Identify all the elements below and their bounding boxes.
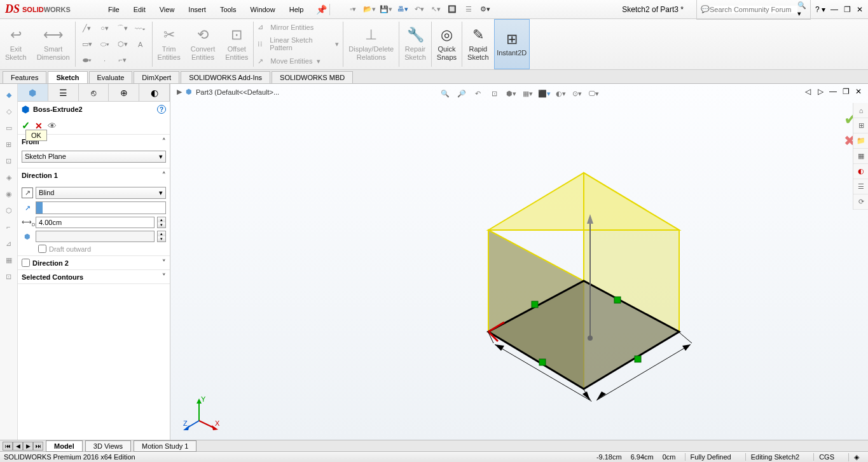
vp-prev[interactable]: ◁ [802,86,813,97]
ls-assembly-icon[interactable]: ◇ [2,104,16,118]
tab-evaluate[interactable]: Evaluate [89,71,133,83]
direction-arrow-icon[interactable]: ↗ [22,204,33,212]
vp-close[interactable]: ✕ [853,86,864,97]
rs-forum-icon[interactable]: ⟳ [853,194,868,210]
ls-icon-4[interactable]: ⊞ [2,137,16,151]
vp-next[interactable]: ▷ [815,86,826,97]
circle-icon[interactable]: ○▾ [97,22,113,36]
rs-home-icon[interactable]: ⌂ [853,103,868,118]
pin-icon[interactable]: 📌 [316,4,327,15]
rs-prop-icon[interactable]: ☰ [853,179,868,194]
view-settings-icon[interactable]: 🖵▾ [587,86,601,100]
prev-view-icon[interactable]: ↶ [471,86,485,100]
slot-icon[interactable]: ⬭▾ [97,37,113,51]
ls-icon-9[interactable]: ⌐ [2,220,16,234]
exit-sketch-button[interactable]: ↩Exit Sketch [0,19,32,69]
line-icon[interactable]: ╱▾ [79,22,95,36]
menu-window[interactable]: Window [244,2,282,17]
instant2d-button[interactable]: ⊞Instant2D [494,19,530,69]
tab-first[interactable]: ⏮ [3,442,13,451]
tab-prev[interactable]: ◀ [13,442,23,451]
breadcrumb-expand[interactable]: ▶ [177,88,182,96]
print-icon[interactable]: 🖶▾ [395,3,410,17]
ls-icon-6[interactable]: ◈ [2,170,16,184]
view-orient-icon[interactable]: ⬢▾ [504,86,518,100]
repair-sketch-button[interactable]: 🔧Repair Sketch [399,19,431,69]
ls-drawing-icon[interactable]: ▭ [2,121,16,135]
ls-icon-11[interactable]: ▦ [2,253,16,267]
ls-icon-7[interactable]: ◉ [2,187,16,201]
zoom-area-icon[interactable]: 🔎 [455,86,469,100]
direction2-header[interactable]: Direction 2˅ [18,256,170,269]
menu-edit[interactable]: Edit [127,2,152,17]
fillet-icon[interactable]: ⌐▾ [115,53,130,67]
draft-spinner[interactable]: ▴▾ [157,231,166,242]
rs-view-icon[interactable]: ▦ [853,149,868,164]
draft-icon[interactable]: ⬢ [22,233,33,241]
draft-outward-checkbox[interactable] [38,245,46,253]
close-button[interactable]: ✕ [854,4,865,15]
help-icon[interactable]: ? [157,105,166,114]
reverse-icon[interactable]: ↗ [22,187,33,198]
prop-tab-config[interactable]: ☰ [48,84,79,101]
rs-design-icon[interactable]: ⊞ [853,118,868,133]
trim-entities-button[interactable]: ✂Trim Entities [153,19,186,69]
text-icon[interactable]: A [133,37,148,51]
sb-icon[interactable]: ◈ [848,453,864,461]
tab-addins[interactable]: SOLIDWORKS Add-Ins [181,71,270,83]
menu-help[interactable]: Help [283,2,310,17]
help-dropdown[interactable]: ? ▾ [815,4,826,15]
direction1-header[interactable]: Direction 1˄ [18,168,170,182]
ellipse-icon[interactable]: ⬬▾ [79,53,95,67]
ls-icon-5[interactable]: ⊡ [2,154,16,168]
tab-sketch[interactable]: Sketch [48,71,87,83]
apply-scene-icon[interactable]: ⊙▾ [570,86,584,100]
breadcrumb-text[interactable]: Part3 (Default<<Default>... [196,88,279,96]
contours-header[interactable]: Selected Contours˅ [18,270,170,283]
menu-file[interactable]: File [102,2,126,17]
rect-icon[interactable]: ▭▾ [79,37,95,51]
tab-mbd[interactable]: SOLIDWORKS MBD [272,71,353,83]
ls-icon-12[interactable]: ⊡ [2,269,16,283]
vp-max[interactable]: ❐ [840,86,851,97]
display-style-icon[interactable]: ▦▾ [521,86,535,100]
3d-viewport[interactable]: ▶ ⬢ Part3 (Default<<Default>... 🔍 🔎 ↶ ⊡ … [170,84,868,440]
new-icon[interactable]: ▫▾ [345,3,361,17]
end-condition-select[interactable]: Blind▾ [36,187,166,199]
search-icon[interactable]: 🔍▾ [797,1,806,18]
menu-tools[interactable]: Tools [214,2,243,17]
rapid-sketch-button[interactable]: ✎Rapid Sketch [462,19,494,69]
search-input[interactable] [710,6,797,13]
point-icon[interactable]: · [97,53,113,67]
menu-insert[interactable]: Insert [182,2,212,17]
zoom-fit-icon[interactable]: 🔍 [438,86,452,100]
prop-tab-target[interactable]: ⊕ [109,84,139,101]
linear-pattern-icon[interactable]: ⁞⁞ [258,40,263,48]
rs-appear-icon[interactable]: ◐ [853,164,868,179]
hide-show-icon[interactable]: ⬛▾ [537,86,551,100]
move-icon[interactable]: ↗ [258,57,263,65]
ls-icon-8[interactable]: ⬡ [2,203,16,217]
rs-folder-icon[interactable]: 📁 [853,133,868,149]
search-box[interactable]: 💬 🔍▾ [696,0,811,20]
tab-features[interactable]: Features [3,71,46,83]
save-icon[interactable]: 💾▾ [378,3,394,17]
tab-last[interactable]: ⏭ [33,442,43,451]
tab-motion[interactable]: Motion Study 1 [134,440,196,452]
poly-icon[interactable]: ⬡▾ [115,37,130,51]
prop-tab-feature[interactable]: ⬢ [18,84,48,101]
tab-model[interactable]: Model [46,440,83,452]
prop-tab-display[interactable]: ⎋ [79,84,109,101]
direction2-checkbox[interactable] [22,259,30,267]
draft-input[interactable] [36,231,155,242]
menu-view[interactable]: View [153,2,181,17]
ls-icon-10[interactable]: ⊿ [2,236,16,250]
vp-min[interactable]: — [827,86,839,97]
select-icon[interactable]: ↖▾ [428,3,443,17]
edit-appear-icon[interactable]: ◐▾ [554,86,568,100]
section-icon[interactable]: ⊡ [488,86,502,100]
undo-icon[interactable]: ↶▾ [411,3,427,17]
preview-button[interactable]: 👁 [48,121,57,131]
spline-icon[interactable]: 〰▾ [133,22,148,36]
convert-entities-button[interactable]: ⟲Convert Entities [186,19,221,69]
